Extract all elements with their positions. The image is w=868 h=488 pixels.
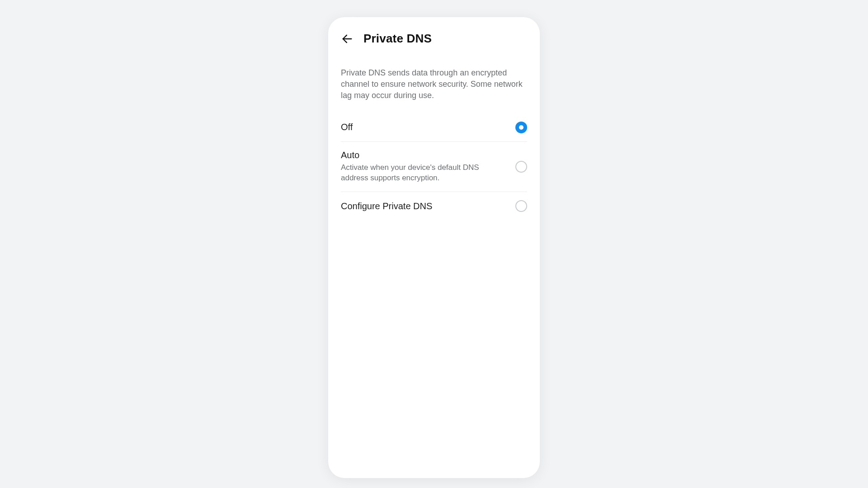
option-auto[interactable]: Auto Activate when your device's default… xyxy=(341,142,527,192)
header: Private DNS xyxy=(341,28,527,52)
option-text: Auto Activate when your device's default… xyxy=(341,150,515,184)
option-subtitle: Activate when your device's default DNS … xyxy=(341,162,508,184)
page-description: Private DNS sends data through an encryp… xyxy=(341,67,527,102)
option-text: Configure Private DNS xyxy=(341,201,515,211)
radio-icon[interactable] xyxy=(515,122,527,133)
page-title: Private DNS xyxy=(363,32,432,46)
option-off[interactable]: Off xyxy=(341,113,527,142)
back-icon[interactable] xyxy=(341,33,354,45)
radio-icon[interactable] xyxy=(515,200,527,212)
option-title: Configure Private DNS xyxy=(341,201,508,211)
option-text: Off xyxy=(341,122,515,132)
option-title: Off xyxy=(341,122,508,132)
option-configure-private-dns[interactable]: Configure Private DNS xyxy=(341,192,527,220)
option-title: Auto xyxy=(341,150,508,160)
settings-screen: Private DNS Private DNS sends data throu… xyxy=(328,17,540,478)
radio-icon[interactable] xyxy=(515,161,527,173)
